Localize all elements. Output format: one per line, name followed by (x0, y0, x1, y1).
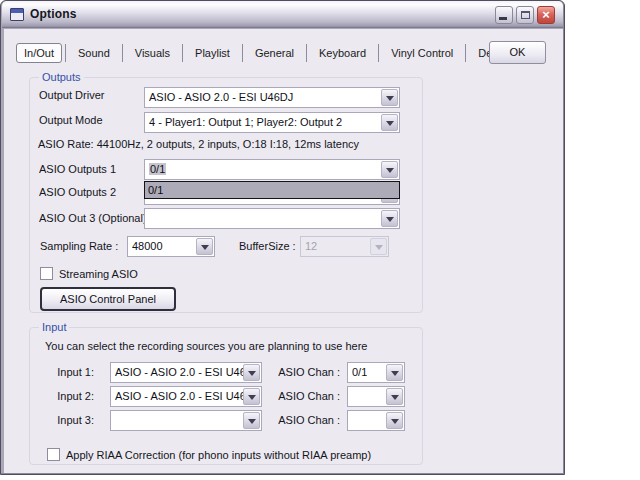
dropdown-button[interactable] (386, 364, 403, 381)
dialog-client-area: In/Out Sound Visuals Playlist General Ke… (4, 29, 563, 473)
input-group-label: Input (39, 321, 69, 333)
tab-separator (182, 44, 183, 62)
chevron-down-icon (386, 121, 394, 126)
outputs-group: Outputs Output Driver ASIO - ASIO 2.0 - … (29, 77, 423, 313)
tab-separator (465, 44, 466, 62)
dropdown-button[interactable] (196, 238, 213, 255)
chevron-down-icon (391, 395, 399, 400)
buffer-size-label: BufferSize : (239, 240, 296, 252)
tab-playlist[interactable]: Playlist (186, 44, 239, 62)
input-3-chan-label: ASIO Chan : (252, 414, 340, 426)
title-bar[interactable]: Options × (2, 1, 563, 28)
tab-general[interactable]: General (246, 44, 303, 62)
asio-outputs-1-value: 0/1 (149, 163, 166, 175)
riaa-correction-label: Apply RIAA Correction (for phono inputs … (66, 449, 371, 461)
maximize-icon (521, 11, 530, 19)
tab-strip: In/Out Sound Visuals Playlist General Ke… (16, 41, 527, 64)
tab-separator (378, 44, 379, 62)
input-3-source-combo[interactable] (110, 410, 262, 431)
asio-outputs-1-combo[interactable]: 0/1 (144, 159, 400, 180)
close-button[interactable]: × (537, 6, 555, 24)
input-1-chan-combo[interactable]: 0/1 (347, 362, 405, 383)
input-instruction-text: You can select the recording sources you… (45, 340, 367, 352)
chevron-down-icon (391, 419, 399, 424)
tab-separator (65, 44, 66, 62)
window-title: Options (30, 7, 77, 21)
dropdown-button[interactable] (386, 388, 403, 405)
riaa-correction-checkbox[interactable] (47, 448, 60, 461)
options-window: Options × In/Out Sound Visuals Playlist … (0, 0, 565, 475)
tab-in-out[interactable]: In/Out (16, 43, 62, 63)
streaming-asio-checkbox[interactable] (40, 267, 53, 280)
sampling-rate-label: Sampling Rate : (40, 240, 118, 252)
input-1-chan-value: 0/1 (352, 366, 367, 378)
dropdown-button[interactable] (381, 89, 398, 106)
buffer-size-value: 12 (305, 240, 317, 252)
input-1-label: Input 1: (30, 366, 94, 378)
input-2-label: Input 2: (30, 390, 94, 402)
asio-out-3-combo[interactable] (144, 208, 400, 229)
tab-separator (122, 44, 123, 62)
output-mode-value: 4 - Player1: Output 1; Player2: Output 2 (149, 116, 342, 128)
screen: Options × In/Out Sound Visuals Playlist … (0, 0, 640, 480)
tab-separator (306, 44, 307, 62)
chevron-down-icon (201, 245, 209, 250)
input-2-source-value: ASIO - ASIO 2.0 - ESI U46 (115, 390, 243, 402)
dropdown-button[interactable] (381, 114, 398, 131)
buffer-size-combo: 12 (300, 236, 389, 257)
form-icon (10, 8, 24, 21)
chevron-down-icon (391, 371, 399, 376)
minimize-button[interactable] (495, 6, 513, 24)
input-1-source-value: ASIO - ASIO 2.0 - ESI U46 (115, 366, 243, 378)
chevron-down-icon (386, 168, 394, 173)
output-driver-label: Output Driver (39, 89, 104, 101)
tab-visuals[interactable]: Visuals (126, 44, 179, 62)
input-1-chan-label: ASIO Chan : (252, 366, 340, 378)
sampling-rate-combo[interactable]: 48000 (127, 236, 215, 257)
tab-sound[interactable]: Sound (69, 44, 119, 62)
asio-out-3-label: ASIO Out 3 (Optional) (39, 212, 147, 224)
input-2-source-combo[interactable]: ASIO - ASIO 2.0 - ESI U46 (110, 386, 262, 407)
input-2-chan-label: ASIO Chan : (252, 390, 340, 402)
input-2-chan-combo[interactable] (347, 386, 405, 407)
outputs-group-label: Outputs (39, 71, 84, 83)
dropdown-item[interactable]: 0/1 (145, 182, 399, 198)
ok-button[interactable]: OK (489, 41, 546, 64)
asio-rate-text: ASIO Rate: 44100Hz, 2 outputs, 2 inputs,… (38, 138, 359, 150)
asio-outputs-2-label: ASIO Outputs 2 (39, 186, 116, 198)
dropdown-button[interactable] (381, 210, 398, 227)
tab-vinyl-control[interactable]: Vinyl Control (382, 44, 462, 62)
asio-outputs-1-label: ASIO Outputs 1 (39, 163, 116, 175)
output-mode-label: Output Mode (39, 114, 103, 126)
input-3-chan-combo[interactable] (347, 410, 405, 431)
dropdown-button[interactable] (386, 412, 403, 429)
output-driver-combo[interactable]: ASIO - ASIO 2.0 - ESI U46DJ (144, 87, 400, 108)
minimize-icon (499, 17, 507, 20)
maximize-button[interactable] (516, 6, 534, 24)
dropdown-button (370, 238, 387, 255)
tab-separator (242, 44, 243, 62)
output-mode-combo[interactable]: 4 - Player1: Output 1; Player2: Output 2 (144, 112, 400, 133)
chevron-down-icon (375, 245, 383, 250)
input-1-source-combo[interactable]: ASIO - ASIO 2.0 - ESI U46 (110, 362, 262, 383)
dropdown-button[interactable] (381, 161, 398, 178)
chevron-down-icon (386, 217, 394, 222)
input-group: Input You can select the recording sourc… (29, 327, 423, 465)
output-driver-value: ASIO - ASIO 2.0 - ESI U46DJ (149, 91, 293, 103)
sampling-rate-value: 48000 (132, 240, 163, 252)
asio-outputs-1-dropdown-list[interactable]: 0/1 (144, 181, 400, 199)
chevron-down-icon (386, 96, 394, 101)
input-3-label: Input 3: (30, 414, 94, 426)
streaming-asio-label: Streaming ASIO (59, 268, 138, 280)
asio-control-panel-button[interactable]: ASIO Control Panel (40, 287, 176, 311)
tab-keyboard[interactable]: Keyboard (310, 44, 375, 62)
